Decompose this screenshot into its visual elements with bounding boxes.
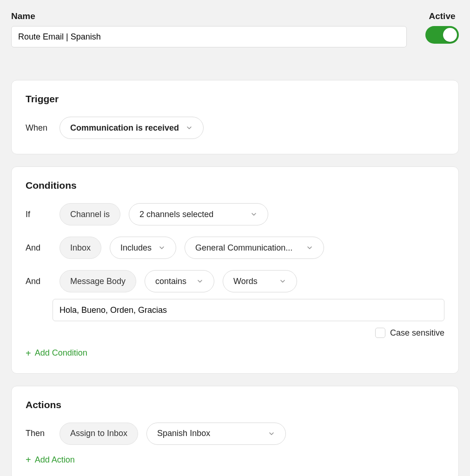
actions-card: Actions Then Assign to Inbox Spanish Inb…: [11, 386, 459, 476]
body-words-input[interactable]: [53, 299, 444, 321]
chevron-down-icon: [250, 211, 258, 218]
and-label-1: And: [26, 243, 51, 253]
condition-field-message-body[interactable]: Message Body: [60, 270, 136, 292]
inbox-op-select[interactable]: Includes: [110, 237, 176, 259]
trigger-event-select[interactable]: Communication is received: [60, 117, 204, 139]
trigger-card: Trigger When Communication is received: [11, 80, 459, 154]
conditions-title: Conditions: [26, 180, 444, 191]
condition-field-inbox-label: Inbox: [70, 243, 91, 253]
inbox-value-text: General Communication...: [195, 243, 292, 253]
active-label: Active: [425, 11, 459, 21]
trigger-title: Trigger: [26, 93, 444, 105]
body-op-select[interactable]: contains: [145, 270, 214, 292]
plus-icon: +: [26, 455, 31, 464]
condition-field-inbox[interactable]: Inbox: [60, 237, 101, 259]
body-op-value: contains: [155, 277, 186, 286]
inbox-value-select[interactable]: General Communication...: [185, 237, 324, 259]
inbox-op-value: Includes: [120, 243, 152, 253]
action-type-label: Assign to Inbox: [70, 429, 127, 438]
chevron-down-icon: [279, 278, 286, 285]
channels-select-value: 2 channels selected: [139, 210, 213, 219]
name-input[interactable]: [11, 26, 407, 47]
add-condition-button[interactable]: + Add Condition: [26, 348, 87, 358]
case-sensitive-checkbox[interactable]: [375, 328, 385, 338]
body-unit-value: Words: [233, 277, 258, 286]
name-label: Name: [11, 11, 407, 21]
add-action-button[interactable]: + Add Action: [26, 455, 75, 465]
plus-icon: +: [26, 349, 31, 358]
chevron-down-icon: [268, 430, 275, 437]
when-label: When: [26, 123, 51, 133]
and-label-2: And: [26, 277, 51, 286]
active-toggle[interactable]: [425, 26, 459, 44]
chevron-down-icon: [306, 244, 313, 251]
if-label: If: [26, 210, 51, 219]
action-value-text: Spanish Inbox: [157, 429, 210, 438]
action-type-assign-inbox[interactable]: Assign to Inbox: [60, 423, 138, 445]
channels-select[interactable]: 2 channels selected: [129, 203, 268, 225]
trigger-event-value: Communication is received: [70, 123, 179, 133]
chevron-down-icon: [185, 124, 193, 132]
conditions-card: Conditions If Channel is 2 channels sele…: [11, 166, 459, 374]
add-condition-label: Add Condition: [35, 348, 87, 358]
chevron-down-icon: [158, 244, 165, 251]
then-label: Then: [26, 429, 51, 438]
condition-field-message-body-label: Message Body: [70, 277, 126, 286]
chevron-down-icon: [196, 278, 204, 285]
body-unit-select[interactable]: Words: [223, 270, 297, 292]
condition-field-channel-label: Channel is: [70, 210, 110, 219]
action-value-select[interactable]: Spanish Inbox: [146, 423, 286, 445]
toggle-knob: [443, 28, 457, 42]
actions-title: Actions: [26, 399, 444, 410]
case-sensitive-label: Case sensitive: [390, 328, 444, 338]
condition-field-channel[interactable]: Channel is: [60, 203, 120, 225]
add-action-label: Add Action: [35, 455, 75, 465]
